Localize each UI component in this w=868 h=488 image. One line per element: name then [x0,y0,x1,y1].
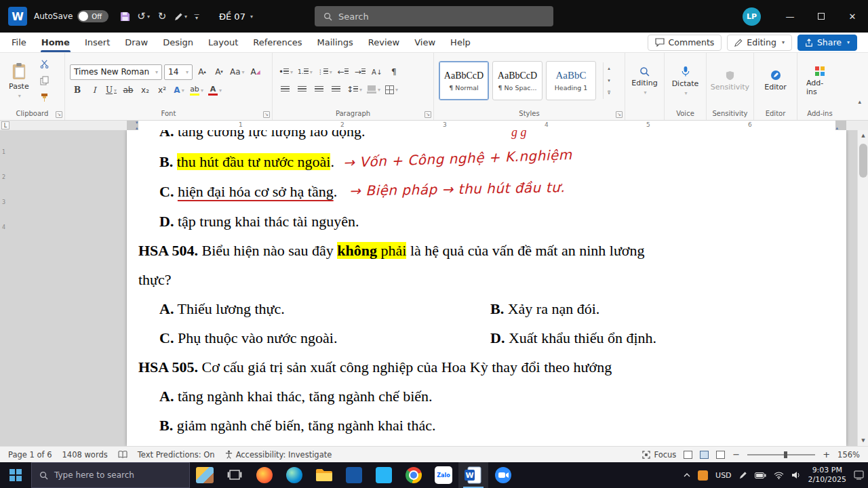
font-dialog-launcher[interactable]: ↘ [263,111,270,118]
read-mode-button[interactable] [684,451,692,459]
task-view-button[interactable] [220,462,250,488]
pen-settings-button[interactable] [739,471,747,479]
font-size-combo[interactable]: 14 ▾ [164,64,193,80]
focus-mode-button[interactable]: Focus [642,450,676,460]
word-app-icon[interactable]: W [8,7,27,26]
addins-button[interactable]: Add-ins [802,64,837,98]
align-right-button[interactable] [311,83,326,97]
tab-references[interactable]: References [245,33,309,52]
taskbar-app-lightblue[interactable] [369,462,399,488]
align-center-button[interactable] [294,83,309,97]
taskbar-zoom[interactable] [488,462,518,488]
document-title[interactable]: ĐỀ 07 ▾ [213,8,259,25]
copy-button[interactable] [37,74,52,88]
bullets-button[interactable]: •▾ [277,65,294,79]
accessibility-status[interactable]: Accessibility: Investigate [225,450,332,460]
clear-formatting-button[interactable]: A◢ [248,65,263,79]
text-effects-button[interactable]: A▾ [172,83,186,98]
word-count[interactable]: 1408 words [62,450,108,460]
styles-dialog-launcher[interactable]: ↘ [616,111,623,118]
autosave-switch[interactable]: Off [77,10,108,22]
underline-button[interactable]: U▾ [104,83,119,98]
page-indicator[interactable]: Page 1 of 6 [8,450,52,460]
highlight-color-button[interactable]: ab▾ [189,83,205,98]
scrollbar-thumb[interactable] [859,144,867,178]
font-color-button[interactable]: A▾ [207,83,223,98]
currency-indicator[interactable]: USD [715,471,732,480]
format-painter-button[interactable] [37,91,52,105]
italic-button[interactable]: I [87,83,102,98]
numbering-button[interactable]: 1.▾ [296,65,314,79]
superscript-button[interactable]: x² [155,83,170,98]
taskbar-firefox[interactable] [250,462,279,488]
taskbar-word-active[interactable]: W [458,462,488,488]
zoom-slider[interactable] [747,454,815,455]
vertical-ruler[interactable]: 1 2 3 4 [0,130,9,446]
multilevel-list-button[interactable]: ⋮▾ [316,65,334,79]
grow-font-button[interactable]: A▴ [195,65,210,79]
tab-file[interactable]: File [4,33,34,52]
style-no-spacing[interactable]: AaBbCcD ¶ No Spac... [492,61,542,100]
pen-tool-button[interactable]: ▾ [172,7,189,26]
increase-indent-button[interactable]: → [353,65,368,79]
paragraph-dialog-launcher[interactable]: ↘ [425,111,431,118]
taskbar-edge[interactable] [279,462,309,488]
volume-control[interactable] [791,471,801,479]
show-formatting-marks-button[interactable]: ¶ [387,65,401,79]
justify-button[interactable] [328,83,343,97]
tab-mailings[interactable]: Mailings [310,33,361,52]
tab-view[interactable]: View [407,33,443,52]
web-layout-button[interactable] [716,451,725,459]
redo-button[interactable]: ↻ [154,7,170,26]
taskbar-app-blue[interactable] [339,462,369,488]
tab-design[interactable]: Design [155,33,201,52]
sort-button[interactable]: A↓ [370,65,384,79]
taskbar-chrome[interactable] [399,462,429,488]
shading-button[interactable]: ▾ [366,83,382,97]
collapse-ribbon-button[interactable]: ▴ [858,98,861,105]
comments-button[interactable]: Comments [648,35,722,51]
tab-help[interactable]: Help [443,33,478,52]
tab-review[interactable]: Review [361,33,407,52]
styles-scroll-up[interactable]: ▴ [604,62,614,75]
battery-status[interactable] [755,472,766,479]
clipboard-dialog-launcher[interactable]: ↘ [56,111,62,118]
undo-button[interactable]: ↺▾ [135,7,152,26]
tab-selector[interactable]: L [1,121,9,129]
taskbar-search[interactable]: Type here to search [31,462,190,488]
close-button[interactable]: ✕ [837,0,868,33]
hidden-icons-button[interactable] [684,473,690,477]
tray-app-orange[interactable] [698,470,708,481]
style-normal[interactable]: AaBbCcD ¶ Normal [439,61,489,100]
cut-button[interactable] [37,57,52,71]
save-button[interactable] [117,7,133,26]
customize-quick-access-button[interactable]: —▾ [191,13,202,20]
document-page[interactable]: A. tăng cường lực lượng lao động. g g B.… [127,130,846,446]
search-highlights-button[interactable] [190,462,220,488]
hanging-indent-marker[interactable]: ▴ [136,125,138,131]
network-status[interactable] [774,472,784,479]
first-line-indent-marker[interactable]: ▾ [136,120,138,125]
bold-button[interactable]: B [70,83,85,98]
right-indent-marker[interactable]: ▴ [835,125,838,131]
styles-gallery-expand[interactable]: ⊽ [604,87,614,99]
proofing-status[interactable] [118,451,127,458]
editing-mode-button[interactable]: Editing ▾ [727,35,792,51]
style-heading-1[interactable]: AaBbC Heading 1 [546,61,596,100]
vertical-scrollbar[interactable]: ▲ ▼ [857,130,868,446]
print-layout-button[interactable] [700,451,709,459]
decrease-indent-button[interactable]: ← [336,65,351,79]
subscript-button[interactable]: x₂ [138,83,153,98]
minimize-button[interactable]: — [774,0,806,33]
tab-layout[interactable]: Layout [201,33,245,52]
zoom-in-button[interactable]: + [823,449,830,460]
tab-home[interactable]: Home [34,33,77,52]
action-center-button[interactable] [854,470,864,480]
maximize-button[interactable] [806,0,837,33]
borders-button[interactable]: ▾ [384,83,399,97]
zoom-level[interactable]: 156% [837,450,860,460]
tab-draw[interactable]: Draw [117,33,155,52]
zoom-slider-thumb[interactable] [784,451,787,458]
user-avatar[interactable]: LP [743,7,761,26]
line-spacing-button[interactable]: ↕▾ [345,83,363,97]
